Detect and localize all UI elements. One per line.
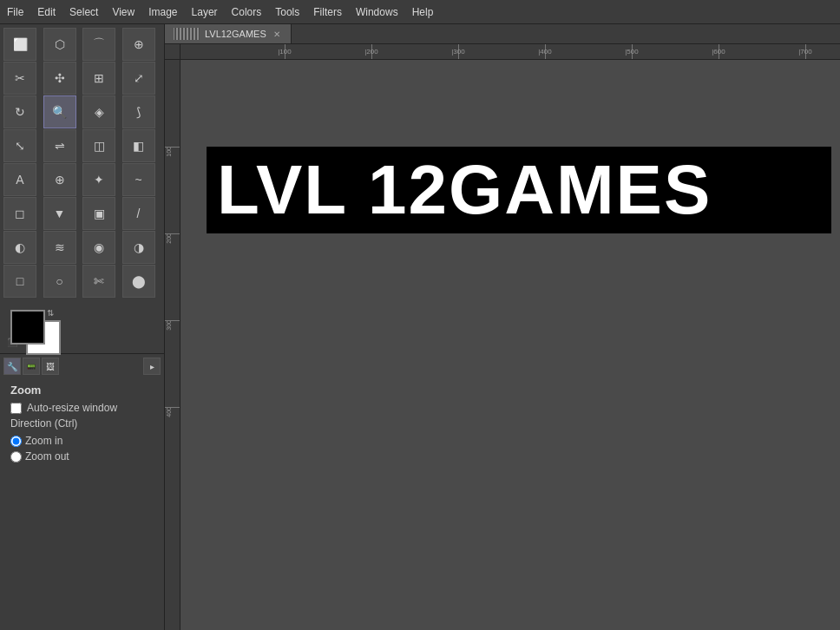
tab-device-status[interactable]: 📟	[23, 358, 40, 375]
move-tool[interactable]: ✣	[43, 62, 76, 95]
ruler-h-tick-100: |100	[285, 44, 285, 59]
tool-options-title: Zoom	[10, 384, 154, 397]
auto-resize-checkbox[interactable]	[10, 403, 22, 414]
main-layout: ⬜⬡⌒⊕✂✣⊞⤢↻🔍◈⟆⤡⇌◫◧A⊕✦~◻▼▣/◐≋◉◑□○✄⬤ ⇅ ⬛ 🔧 📟…	[0, 24, 840, 630]
image-tab-close[interactable]: ✕	[272, 29, 282, 39]
zoom-in-option[interactable]: Zoom in	[10, 435, 154, 447]
ruler-h-label-700: |700	[798, 48, 811, 56]
horizontal-ruler: |100|200|300|400|500|600|700	[180, 44, 840, 60]
paint-tool[interactable]: ◈	[82, 95, 115, 128]
zoom-out-option[interactable]: Zoom out	[10, 450, 154, 463]
ruler-h-tick-600: |600	[719, 44, 719, 59]
menu-item-edit[interactable]: Edit	[30, 3, 62, 22]
airbrush-tool[interactable]: ≋	[43, 231, 76, 264]
burn-tool[interactable]: ◑	[122, 231, 155, 264]
ruler-h-label-300: |300	[451, 48, 464, 56]
image-tab-lvl12games[interactable]: LVL12GAMES ✕	[165, 24, 292, 43]
ruler-v-tick-400	[165, 407, 180, 408]
free-select-tool[interactable]: ⌒	[82, 28, 115, 61]
image-tab-title: LVL12GAMES	[205, 29, 266, 39]
menu-item-select[interactable]: Select	[62, 3, 105, 22]
rotate-tool[interactable]: ↻	[3, 95, 36, 128]
tool-grid: ⬜⬡⌒⊕✂✣⊞⤢↻🔍◈⟆⤡⇌◫◧A⊕✦~◻▼▣/◐≋◉◑□○✄⬤	[0, 24, 164, 301]
crop-tool[interactable]: ✂	[3, 62, 36, 95]
align-tool[interactable]: ⊞	[82, 62, 115, 95]
bucket-fill-tool[interactable]: ▼	[43, 197, 76, 230]
shear-tool[interactable]: ◫	[82, 129, 115, 162]
zoom-in-label: Zoom in	[25, 435, 62, 447]
toolbox-bottom: 🔧 📟 🖼 ▸ Zoom Auto-resize window Directio…	[0, 353, 164, 630]
canvas-image-text: LVL 12GAMES	[208, 148, 830, 232]
scissors-tool[interactable]: ✄	[82, 265, 115, 298]
auto-resize-row: Auto-resize window	[10, 402, 154, 414]
ruler-h-label-400: |400	[538, 48, 551, 56]
menu-item-image[interactable]: Image	[141, 3, 184, 22]
ruler-h-tick-500: |500	[632, 44, 633, 59]
ruler-v-label-100: 100	[166, 147, 172, 157]
ink-tool[interactable]: ◉	[82, 231, 115, 264]
ruler-h-tick-300: |300	[458, 44, 459, 59]
magnify-tool[interactable]: 🔍	[43, 95, 76, 128]
ruler-v-label-300: 300	[166, 320, 172, 331]
ruler-h-label-100: |100	[278, 48, 291, 56]
text-tool[interactable]: A	[3, 163, 36, 196]
zoom-in-radio[interactable]	[10, 436, 22, 447]
tab-bar-bottom: 🔧 📟 🖼 ▸	[3, 358, 161, 375]
image-canvas[interactable]: LVL 12GAMES	[207, 147, 831, 233]
smudge-tool[interactable]: ~	[122, 163, 155, 196]
canvas-inner[interactable]: LVL 12GAMES	[180, 60, 840, 630]
transform-tool[interactable]: ⤢	[122, 62, 155, 95]
tab-expand-button[interactable]: ▸	[143, 358, 161, 375]
ruler-h-tick-200: |200	[371, 44, 372, 59]
fuzzy-select-tool[interactable]: ⬡	[43, 28, 76, 61]
ruler-h-label-200: |200	[364, 48, 377, 56]
foreground-select-tool[interactable]: ⬤	[122, 265, 155, 298]
eraser-tool[interactable]: ◻	[3, 197, 36, 230]
image-tabs: LVL12GAMES ✕	[165, 24, 840, 44]
clone-heal-tool[interactable]: ⊕	[43, 163, 76, 196]
menubar: FileEditSelectViewImageLayerColorsToolsF…	[0, 0, 840, 24]
menu-item-windows[interactable]: Windows	[349, 3, 405, 22]
scale-tool[interactable]: ⤡	[3, 129, 36, 162]
tab-stipple-icon	[174, 28, 200, 40]
fg-color-swatch[interactable]	[10, 310, 45, 345]
ruler-row: |100|200|300|400|500|600|700	[165, 44, 840, 60]
ruler-v-tick-200	[165, 233, 180, 234]
ruler-v-label-400: 400	[166, 407, 172, 417]
menu-item-tools[interactable]: Tools	[268, 3, 306, 22]
rect-select-tool[interactable]: □	[3, 265, 36, 298]
color-picker-tool[interactable]: /	[122, 197, 155, 230]
ellipse-select-tool[interactable]: ○	[43, 265, 76, 298]
zoom-out-label: Zoom out	[25, 450, 69, 463]
menu-item-file[interactable]: File	[0, 3, 30, 22]
zoom-out-radio[interactable]	[10, 451, 22, 463]
color-section: ⇅ ⬛	[0, 301, 164, 353]
direction-label: Direction (Ctrl)	[10, 417, 154, 430]
ruler-v-tick-100	[165, 147, 180, 148]
flip-tool[interactable]: ⇌	[43, 129, 76, 162]
tool-options-panel: Zoom Auto-resize window Direction (Ctrl)…	[3, 378, 161, 471]
ruler-h-tick-400: |400	[545, 44, 546, 59]
menu-item-colors[interactable]: Colors	[225, 3, 269, 22]
ruler-h-label-500: |500	[625, 48, 638, 56]
canvas-scroll[interactable]: 100200300400 LVL 12GAMES	[165, 60, 840, 630]
ruler-corner	[165, 44, 180, 60]
menu-item-filters[interactable]: Filters	[306, 3, 349, 22]
menu-item-layer[interactable]: Layer	[185, 3, 225, 22]
swap-colors-icon[interactable]: ⇅	[47, 308, 54, 318]
ruler-v-label-200: 200	[166, 233, 172, 244]
ruler-v-tick-300	[165, 320, 180, 321]
healing-tool[interactable]: ⊕	[122, 28, 155, 61]
tab-images[interactable]: 🖼	[42, 358, 59, 375]
new-file-tool[interactable]: ⬜	[3, 28, 36, 61]
menu-item-view[interactable]: View	[105, 3, 141, 22]
dodge-tool[interactable]: ◐	[3, 231, 36, 264]
menu-item-help[interactable]: Help	[405, 3, 441, 22]
tab-tool-options[interactable]: 🔧	[3, 358, 21, 375]
paths-tool[interactable]: ⟆	[122, 95, 155, 128]
perspective-tool[interactable]: ◧	[122, 129, 155, 162]
blend-tool[interactable]: ▣	[82, 197, 115, 230]
toolbox: ⬜⬡⌒⊕✂✣⊞⤢↻🔍◈⟆⤡⇌◫◧A⊕✦~◻▼▣/◐≋◉◑□○✄⬤ ⇅ ⬛ 🔧 📟…	[0, 24, 165, 630]
vertical-ruler: 100200300400	[165, 60, 180, 630]
clone-tool[interactable]: ✦	[82, 163, 115, 196]
